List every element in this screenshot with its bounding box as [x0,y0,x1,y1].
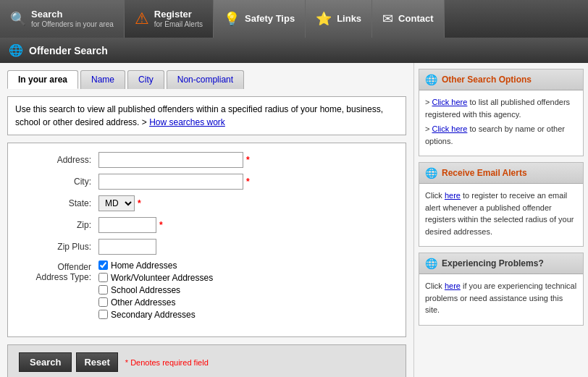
address-type-row: OffenderAddress Type: Home Addresses Wor… [19,260,395,322]
nav-safety[interactable]: 💡 Safety Tips [214,0,306,38]
nav-search-title: Search [31,9,114,20]
checkbox-school-label[interactable]: School Addresses [111,285,180,295]
email-alerts-box: 🌐 Receive Email Alerts Click here to reg… [419,162,584,247]
globe-problems-icon: 🌐 [425,258,437,269]
left-panel: In your area Name City Non-compliant Use… [0,63,414,377]
checkbox-secondary-label[interactable]: Secondary Addresses [111,310,196,320]
email-alerts-body: Click here to register to receive an ema… [419,184,583,246]
warning-icon: ⚠ [135,9,149,28]
checkbox-home[interactable] [98,260,108,270]
address-type-label: OffenderAddress Type: [19,260,98,282]
city-input[interactable] [98,174,243,190]
checkbox-other-row: Other Addresses [98,297,213,308]
nav-contact-title: Contact [398,13,433,25]
nav-search[interactable]: 🔍 Search for Offenders in your area [0,0,125,38]
email-alerts-link[interactable]: here [445,191,461,200]
tab-non-compliant[interactable]: Non-compliant [167,70,244,89]
checkbox-home-row: Home Addresses [98,260,213,271]
problems-box: 🌐 Experiencing Problems? Click here if y… [419,253,584,326]
city-row: City: * [19,174,395,190]
zip-row: Zip: * [19,217,395,233]
bulb-icon: 💡 [224,11,240,27]
other-search-link-2[interactable]: Click here [432,124,467,133]
other-search-body: > Click here to list all published offen… [419,90,583,156]
problems-header: 🌐 Experiencing Problems? [419,253,583,274]
checkbox-home-label[interactable]: Home Addresses [111,260,177,271]
how-searches-work-link[interactable]: How searches work [149,117,225,127]
other-search-link-1[interactable]: Click here [432,98,467,106]
search-form: Address: * City: * State: MDALAKAZ [7,143,406,337]
tab-in-your-area[interactable]: In your area [7,70,78,89]
state-label: State: [19,198,98,208]
nav-register[interactable]: ⚠ Register for Email Alerts [125,0,214,38]
section-header: 🌐 Offender Search [0,38,588,63]
tab-city[interactable]: City [127,70,164,89]
nav-search-subtitle: for Offenders in your area [31,20,114,29]
button-bar: Search Reset * Denotes required field [7,344,406,377]
problems-link[interactable]: here [445,281,461,290]
nav-contact[interactable]: ✉ Contact [372,0,444,38]
section-title: Offender Search [29,45,108,56]
email-alerts-header: 🌐 Receive Email Alerts [419,163,583,184]
globe-other-icon: 🌐 [425,74,437,85]
state-select[interactable]: MDALAKAZARCACOCTDEFLGAHIIDILINIAKSKYLAME… [98,195,135,211]
city-label: City: [19,177,98,187]
zip-required: * [159,220,163,230]
nav-links[interactable]: ⭐ Links [306,0,372,38]
other-search-header: 🌐 Other Search Options [419,69,583,90]
search-button[interactable]: Search [19,352,72,372]
checkbox-other-label[interactable]: Other Addresses [111,297,175,308]
address-required: * [246,155,250,165]
right-panel: 🌐 Other Search Options > Click here to l… [414,63,588,377]
zipplus-label: Zip Plus: [19,242,98,252]
star-icon: ⭐ [316,11,332,27]
checkbox-school-row: School Addresses [98,285,213,295]
city-required: * [246,177,250,187]
globe-icon: 🌐 [9,43,23,57]
problems-body: Click here if you are experiencing techn… [419,274,583,325]
zip-label: Zip: [19,220,98,230]
checkbox-secondary-row: Secondary Addresses [98,310,213,320]
main-layout: In your area Name City Non-compliant Use… [0,63,588,377]
nav-register-subtitle: for Email Alerts [154,20,203,29]
reset-button[interactable]: Reset [76,352,117,372]
checkbox-work-row: Work/Volunteer Addresses [98,273,213,283]
zipplus-row: Zip Plus: [19,239,395,255]
nav-links-title: Links [337,13,361,25]
zip-input[interactable] [98,217,156,233]
checkbox-secondary[interactable] [98,310,108,319]
address-row: Address: * [19,152,395,168]
state-row: State: MDALAKAZARCACOCTDEFLGAHIIDILINIAK… [19,195,395,211]
tab-name[interactable]: Name [80,70,125,89]
checkbox-other[interactable] [98,297,108,307]
checkbox-work-label[interactable]: Work/Volunteer Addresses [111,273,213,283]
search-icon: 🔍 [10,11,26,27]
search-description: Use this search to view all published of… [7,96,406,135]
checkbox-work[interactable] [98,273,108,282]
nav-safety-title: Safety Tips [245,13,295,25]
address-type-checkboxes: Home Addresses Work/Volunteer Addresses … [98,260,213,322]
envelope-icon: ✉ [382,11,393,27]
globe-email-icon: 🌐 [425,167,437,179]
zipplus-input[interactable] [98,239,156,255]
state-required: * [138,198,141,208]
tabs: In your area Name City Non-compliant [7,70,406,89]
address-input[interactable] [98,152,243,168]
required-note: * Denotes required field [125,358,209,367]
nav-register-title: Register [154,9,203,20]
top-navigation: 🔍 Search for Offenders in your area ⚠ Re… [0,0,588,38]
checkbox-school[interactable] [98,285,108,295]
other-search-box: 🌐 Other Search Options > Click here to l… [419,69,584,156]
address-label: Address: [19,155,98,165]
